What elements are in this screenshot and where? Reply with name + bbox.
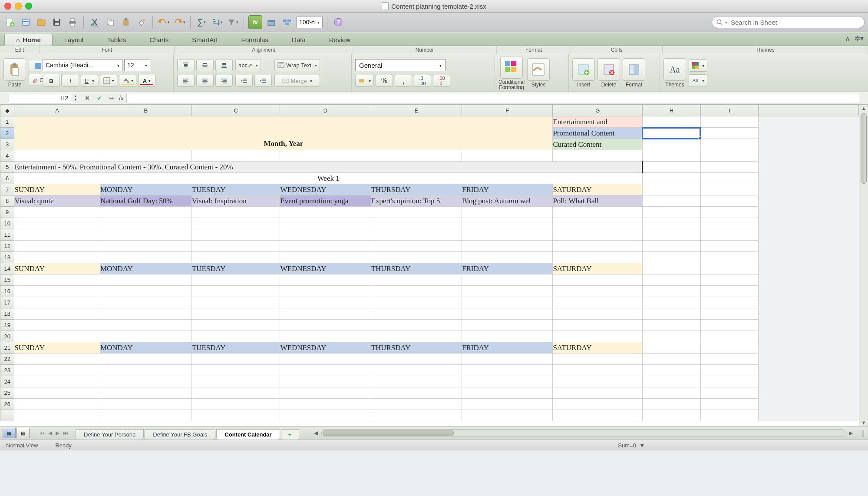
cell[interactable]: [700, 376, 758, 387]
day-header[interactable]: FRIDAY: [462, 184, 553, 195]
redo-icon[interactable]: [173, 16, 186, 29]
cell[interactable]: [553, 410, 643, 421]
cell[interactable]: [553, 274, 643, 286]
cell[interactable]: [280, 218, 371, 229]
row-header[interactable]: 1: [0, 116, 14, 128]
sheet-tab[interactable]: Define Your FB Goals: [145, 429, 215, 440]
currency-button[interactable]: [355, 75, 374, 87]
row-header[interactable]: 19: [0, 320, 14, 331]
cell[interactable]: [700, 274, 758, 286]
row-header[interactable]: 25: [0, 387, 14, 399]
row-header[interactable]: 16: [0, 286, 14, 297]
bold-button[interactable]: B: [43, 75, 60, 87]
day-header[interactable]: WEDNESDAY: [280, 184, 371, 195]
cell[interactable]: [700, 320, 758, 331]
cell[interactable]: [700, 331, 758, 342]
cell[interactable]: [14, 320, 100, 331]
cell[interactable]: [191, 399, 280, 410]
ribbon-tab-data[interactable]: Data: [280, 33, 317, 46]
cell[interactable]: [100, 331, 191, 342]
border-button[interactable]: ▾: [100, 75, 117, 87]
cell[interactable]: [371, 399, 462, 410]
undo-icon[interactable]: [157, 16, 170, 29]
cell[interactable]: [191, 365, 280, 376]
content-cell[interactable]: Visual: Inspiration: [191, 195, 280, 207]
cell[interactable]: [462, 354, 553, 365]
row-header[interactable]: 21: [0, 342, 14, 354]
cell[interactable]: [14, 354, 100, 365]
cell[interactable]: [553, 387, 643, 399]
row-header[interactable]: 9: [0, 207, 14, 218]
day-header[interactable]: SATURDAY: [553, 342, 643, 354]
cell[interactable]: [14, 365, 100, 376]
cell[interactable]: [371, 376, 462, 387]
cell[interactable]: [100, 410, 191, 421]
cell[interactable]: [14, 399, 100, 410]
cell[interactable]: [700, 128, 758, 139]
conditional-formatting-button[interactable]: [500, 56, 523, 79]
cell[interactable]: [14, 252, 100, 263]
row-header[interactable]: 11: [0, 229, 14, 241]
cell[interactable]: [642, 320, 700, 331]
cell[interactable]: [642, 252, 700, 263]
vertical-scrollbar[interactable]: ▲ ▼: [859, 105, 868, 426]
cell[interactable]: [14, 274, 100, 286]
cell[interactable]: [462, 207, 553, 218]
cell[interactable]: [371, 252, 462, 263]
row-header[interactable]: 13: [0, 252, 14, 263]
cell[interactable]: [14, 207, 100, 218]
decrease-indent-button[interactable]: [235, 75, 253, 87]
cell[interactable]: [280, 150, 371, 162]
cell[interactable]: [642, 116, 700, 128]
cell[interactable]: [642, 354, 700, 365]
cell[interactable]: [14, 229, 100, 241]
cell[interactable]: [191, 331, 280, 342]
open-icon[interactable]: [35, 16, 48, 29]
theme-fonts-button[interactable]: Aa: [689, 74, 707, 86]
name-box-stepper[interactable]: ▲▼: [74, 95, 77, 102]
cell[interactable]: [371, 241, 462, 252]
cell[interactable]: [642, 342, 700, 354]
first-sheet-icon[interactable]: ⏮: [38, 429, 46, 437]
cell[interactable]: [462, 150, 553, 162]
cell[interactable]: [191, 252, 280, 263]
formula-input[interactable]: [126, 93, 859, 103]
cell[interactable]: [642, 162, 700, 173]
cell[interactable]: [371, 150, 462, 162]
align-right-button[interactable]: [215, 75, 233, 87]
cell[interactable]: [100, 365, 191, 376]
cell[interactable]: [700, 410, 758, 421]
row-header[interactable]: 18: [0, 308, 14, 320]
cell[interactable]: [700, 150, 758, 162]
content-cell[interactable]: Poll: What Ball: [553, 195, 643, 207]
cell[interactable]: [371, 331, 462, 342]
cell[interactable]: [553, 241, 643, 252]
cell[interactable]: [462, 229, 553, 241]
cell[interactable]: [462, 252, 553, 263]
day-header[interactable]: SATURDAY: [553, 263, 643, 274]
cell[interactable]: [700, 139, 758, 150]
day-header[interactable]: TUESDAY: [191, 263, 280, 274]
merge-button[interactable]: Merge: [274, 75, 320, 87]
cell[interactable]: [642, 229, 700, 241]
cell[interactable]: [642, 308, 700, 320]
cell[interactable]: [14, 376, 100, 387]
ribbon-tab-formulas[interactable]: Formulas: [230, 33, 281, 46]
paste-button[interactable]: [3, 58, 26, 81]
normal-view-button[interactable]: ▦: [3, 428, 16, 438]
day-header[interactable]: THURSDAY: [371, 263, 462, 274]
cell[interactable]: [371, 308, 462, 320]
ribbon-tab-review[interactable]: Review: [317, 33, 362, 46]
cell[interactable]: [642, 387, 700, 399]
hscroll-track[interactable]: [321, 429, 845, 437]
cell[interactable]: [700, 263, 758, 274]
cell[interactable]: [14, 297, 100, 308]
cell[interactable]: [14, 286, 100, 297]
content-cell[interactable]: National Golf Day: 50%: [100, 195, 191, 207]
day-header[interactable]: MONDAY: [100, 342, 191, 354]
comma-button[interactable]: ,: [395, 75, 412, 87]
col-header[interactable]: D: [280, 105, 371, 116]
cell[interactable]: [14, 150, 100, 162]
cell[interactable]: [100, 354, 191, 365]
cell[interactable]: [462, 218, 553, 229]
